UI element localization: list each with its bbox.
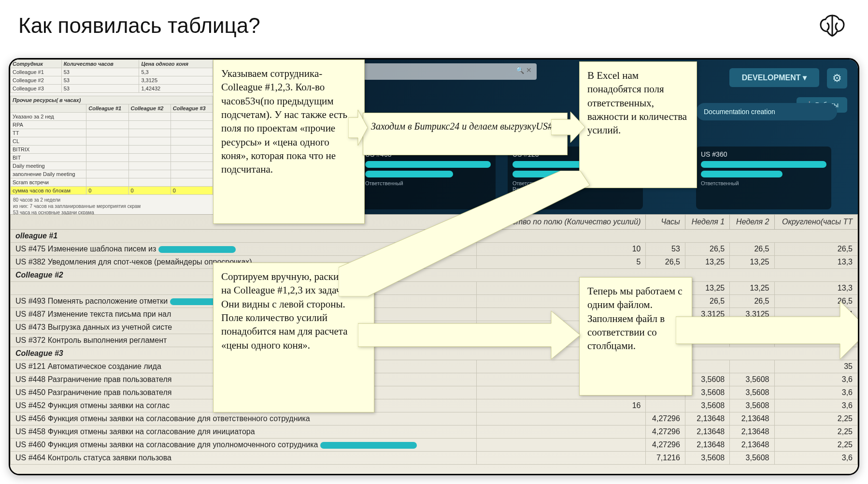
num-cell: 2,13648 bbox=[730, 425, 774, 439]
brain-logo-icon bbox=[818, 14, 846, 40]
num-cell bbox=[476, 439, 646, 452]
resources-table: Прочие ресурсы( в часах) Colleague #1Col… bbox=[10, 96, 213, 195]
num-cell: 2,13648 bbox=[685, 425, 729, 439]
num-cell: 26,5 bbox=[685, 243, 729, 256]
num-cell: 13,25 bbox=[730, 282, 774, 295]
res-header: Прочие ресурсы( в часах) bbox=[11, 96, 213, 104]
table-row: US #460 Функция отмены заявки на согласо… bbox=[11, 439, 858, 452]
num-cell: 3,6 bbox=[774, 399, 857, 412]
num-cell: 3,5608 bbox=[730, 386, 774, 399]
num-cell: 35 bbox=[774, 360, 857, 373]
num-cell: 3,6 bbox=[774, 373, 857, 386]
content-area: СотрудникКоличество часовЦена одного кон… bbox=[9, 58, 859, 475]
table-row: US #450 Разграничение прав пользователя … bbox=[11, 386, 858, 399]
num-cell: 3,5608 bbox=[685, 399, 729, 412]
card-label: Ответственный bbox=[701, 180, 826, 186]
table-row: US #458 Функция отмены заявки на согласо… bbox=[11, 425, 858, 439]
svg-marker-1 bbox=[348, 110, 368, 146]
arrow-diagonal-icon bbox=[339, 171, 590, 296]
col-header: Количество часов bbox=[61, 60, 139, 68]
num-cell bbox=[476, 425, 646, 439]
num-cell: 3,6 bbox=[774, 452, 857, 465]
num-cell: 13,3 bbox=[774, 256, 857, 269]
num-cell: 53 bbox=[646, 243, 685, 256]
num-cell: 2,13648 bbox=[685, 439, 729, 452]
callout-5: Теперь мы работаем с одним файлом. Запол… bbox=[579, 277, 692, 396]
svg-marker-4 bbox=[676, 301, 859, 359]
callout-3: В Excel нам понадобятся поля ответственн… bbox=[579, 61, 697, 188]
num-cell: 2,13648 bbox=[730, 412, 774, 425]
table-row: Colleague #2533,3125 bbox=[11, 76, 213, 85]
arrow-icon bbox=[358, 311, 580, 359]
arrow-icon bbox=[348, 106, 368, 149]
svg-marker-3 bbox=[358, 311, 580, 359]
num-cell: 2,13648 bbox=[685, 412, 729, 425]
num-cell: 4,27296 bbox=[646, 439, 685, 452]
num-cell: 4,27296 bbox=[646, 425, 685, 439]
task-cell: US #458 Функция отмены заявки на согласо… bbox=[11, 425, 477, 439]
num-cell bbox=[476, 412, 646, 425]
num-cell: 26,5 bbox=[646, 256, 685, 269]
task-cell: US #456 Функция отмены заявки на согласо… bbox=[11, 412, 477, 425]
num-cell: 16 bbox=[476, 399, 646, 412]
table-row: US #456 Функция отмены заявки на согласо… bbox=[11, 412, 858, 425]
num-cell: 3,6 bbox=[774, 386, 857, 399]
num-cell bbox=[476, 452, 646, 465]
svg-marker-0 bbox=[551, 112, 585, 143]
num-cell: 26,5 bbox=[730, 243, 774, 256]
svg-marker-2 bbox=[339, 171, 590, 296]
task-cell: US #460 Функция отмены заявки на согласо… bbox=[11, 439, 477, 452]
num-cell: 3,5608 bbox=[730, 399, 774, 412]
slide-title: Как появилась таблица? bbox=[18, 14, 260, 38]
num-cell: 3,5608 bbox=[685, 452, 729, 465]
table-row: Colleague #1535,3 bbox=[11, 68, 213, 76]
callout-2: Заходим в Битрикс24 и делаем выгрузкуUS# bbox=[363, 113, 568, 155]
num-cell: 13,25 bbox=[685, 256, 729, 269]
table-row: US #121 Автоматическое создание лида 535 bbox=[11, 360, 858, 373]
task-cell: US #464 Контроль статуса заявки пользова bbox=[11, 452, 477, 465]
card-title: US #360 bbox=[701, 150, 826, 158]
kanban-card[interactable]: US #360 Ответственный bbox=[696, 147, 831, 209]
num-cell: 2,25 bbox=[774, 425, 857, 439]
num-cell: 2,25 bbox=[774, 439, 857, 452]
arrow-icon bbox=[551, 112, 585, 143]
col-header: Сотрудник bbox=[11, 60, 62, 68]
table-row: US #452 Функция отмены заявки на соглас … bbox=[11, 399, 858, 412]
col-header: Цена одного коня bbox=[139, 60, 213, 68]
num-cell: 3,5608 bbox=[730, 373, 774, 386]
num-cell: 26,5 bbox=[774, 243, 857, 256]
table-row: US #448 Разграничение прав пользователя … bbox=[11, 373, 858, 386]
bitrix-search[interactable] bbox=[363, 63, 537, 80]
num-cell: 4,27296 bbox=[646, 412, 685, 425]
gear-icon[interactable]: ⚙ bbox=[827, 68, 847, 88]
sum-row: сумма часов по блокам000 bbox=[11, 187, 213, 195]
num-cell bbox=[730, 360, 774, 373]
num-cell: 2,25 bbox=[774, 412, 857, 425]
num-cell: 13,3 bbox=[774, 282, 857, 295]
mini-spreadsheet: СотрудникКоличество часовЦена одного кон… bbox=[10, 59, 213, 214]
table-row: Colleague #3531,42432 bbox=[11, 85, 213, 93]
num-cell: 3,5608 bbox=[730, 452, 774, 465]
employee-hours-table: СотрудникКоличество часовЦена одного кон… bbox=[10, 59, 213, 93]
arrow-icon bbox=[676, 301, 859, 359]
kanban-column-doc[interactable]: Documentation creation bbox=[696, 103, 837, 120]
num-cell bbox=[646, 399, 685, 412]
num-cell: 2,13648 bbox=[730, 439, 774, 452]
num-cell: 13,25 bbox=[730, 256, 774, 269]
table-row: US #464 Контроль статуса заявки пользова… bbox=[11, 452, 858, 465]
development-dropdown[interactable]: DEVELOPMENT bbox=[729, 68, 819, 87]
num-cell: 7,1216 bbox=[646, 452, 685, 465]
